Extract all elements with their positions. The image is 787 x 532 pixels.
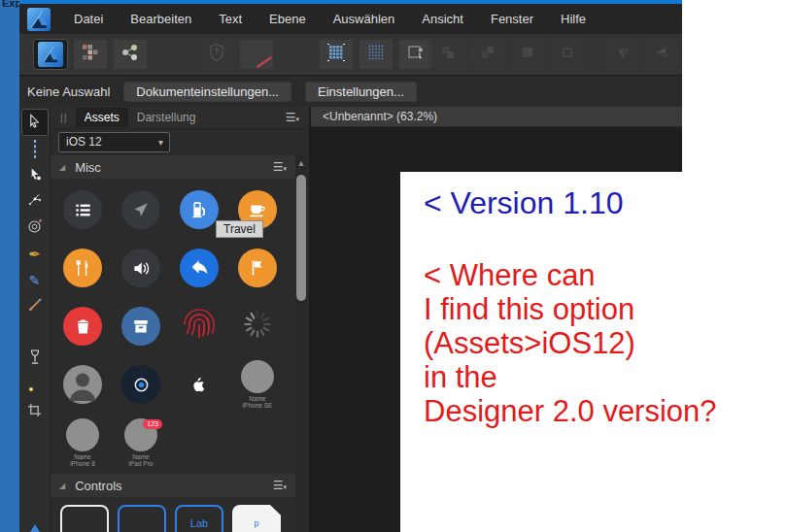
asset-restaurant[interactable] (53, 239, 112, 297)
asset-audio[interactable] (112, 239, 170, 297)
control-label[interactable]: Lab (175, 505, 223, 532)
pencil-icon: ✎ (29, 272, 41, 288)
asset-device-iphone-8[interactable]: NameiPhone 8 (53, 414, 112, 472)
control-button-light[interactable] (60, 505, 109, 532)
control-popover[interactable]: p (232, 505, 281, 532)
asset-delete[interactable] (53, 297, 112, 355)
rectangle-tool[interactable] (21, 424, 49, 450)
archive-box-icon (121, 307, 160, 346)
selection-status-label: Keine Auswahl (27, 84, 110, 99)
flip-vertical-button[interactable] (605, 39, 640, 70)
section-menu-icon[interactable]: ☰▾ (273, 479, 287, 492)
point-transform-tool[interactable] (21, 188, 49, 215)
section-menu-icon[interactable]: ☰▾ (273, 160, 287, 174)
tab-assets[interactable]: Assets (76, 108, 128, 127)
protect-document-button[interactable] (199, 39, 234, 70)
document-settings-button[interactable]: Dokumenteinstellungen... (123, 82, 291, 102)
rounded-rectangle-tool[interactable] (21, 477, 49, 503)
pixel-persona-button[interactable] (73, 39, 108, 70)
speaker-icon (121, 249, 160, 287)
move-tool[interactable] (21, 109, 49, 136)
expand-triangle-icon[interactable]: ◢ (59, 482, 65, 490)
arrange-forward-button[interactable] (470, 39, 505, 70)
asset-flag[interactable] (228, 239, 287, 297)
panel-drag-handle[interactable]: || (60, 112, 68, 123)
navigation-arrow-icon (121, 190, 160, 229)
asset-reply[interactable] (170, 239, 228, 297)
asset-touch-id[interactable] (170, 297, 228, 355)
colour-wheel-tool[interactable] (21, 319, 49, 346)
asset-radio-button[interactable] (112, 355, 170, 414)
scrollbar-thumb[interactable] (296, 175, 306, 301)
node-tool[interactable] (21, 162, 49, 188)
scroll-up-arrow-icon[interactable]: ▲ (295, 155, 307, 171)
preferences-button[interactable]: Einstellungen... (305, 82, 417, 102)
toolbar-group-document-actions (199, 39, 274, 70)
asset-navigation[interactable] (112, 181, 170, 239)
vector-crop-tool[interactable] (21, 398, 49, 424)
category-dropdown[interactable]: iOS 12 ▾ (58, 132, 170, 152)
asset-lists[interactable] (53, 181, 112, 239)
person-icon (63, 365, 102, 404)
section-header-controls[interactable]: ◢ Controls ☰▾ (51, 474, 296, 497)
wine-glass-icon (28, 349, 42, 368)
document-tab-bar: <Unbenannt> (63.2%) (311, 107, 682, 127)
panel-menu-icon[interactable]: ☰▾ (286, 111, 299, 124)
arrange-to-front-button[interactable] (430, 39, 465, 70)
menu-item-text[interactable]: Text (205, 4, 256, 34)
asset-device-iphone-se[interactable]: NameiPhone SE (228, 355, 287, 414)
menu-item-auswählen[interactable]: Auswählen (320, 4, 409, 34)
designer-persona-button[interactable] (33, 39, 68, 70)
context-toolbar: Keine Auswahl Dokumenteinstellungen... E… (19, 77, 682, 107)
transparency-tool[interactable] (21, 346, 49, 372)
snap-pixels-button[interactable] (359, 39, 394, 70)
triangle-icon (27, 508, 43, 524)
triangle-tool[interactable] (21, 503, 49, 529)
pen-tool[interactable]: ✒ (21, 241, 49, 267)
snap-grid-button[interactable] (319, 39, 354, 70)
assets-panel: || Assets Darstellung ☰▾ iOS 12 ▾ ◢ Misc… (51, 107, 311, 532)
menu-items: DateiBearbeitenTextEbeneAuswählenAnsicht… (60, 4, 599, 34)
asset-device-ipad-pro[interactable]: NameiPad Pro123 (112, 414, 170, 472)
order-d-icon (560, 45, 575, 64)
order-a-icon (440, 45, 456, 64)
category-dropdown-value: iOS 12 (66, 135, 102, 149)
contour-tool[interactable] (21, 215, 49, 241)
asset-avatar[interactable] (53, 355, 112, 414)
menu-item-fenster[interactable]: Fenster (477, 4, 547, 34)
menu-item-hilfe[interactable]: Hilfe (547, 4, 599, 34)
arrange-backward-button[interactable] (510, 39, 545, 70)
artboard-tool[interactable] (21, 136, 49, 162)
flip-horizontal-button[interactable] (645, 39, 680, 70)
menu-item-bearbeiten[interactable]: Bearbeiten (117, 4, 205, 34)
radio-dot-icon (121, 365, 160, 404)
asset-apple-pay[interactable] (170, 355, 228, 414)
pencil-tool[interactable]: ✎ (21, 267, 49, 293)
control-button-blue[interactable] (118, 505, 166, 532)
vector-brush-tool[interactable] (21, 293, 49, 319)
document-tab[interactable]: <Unbenannt> (63.2%) (323, 110, 437, 123)
menu-item-ebene[interactable]: Ebene (256, 4, 320, 34)
move-by-whole-pixels-button[interactable] (398, 39, 433, 70)
share-nodes-icon (120, 43, 140, 66)
section-header-misc[interactable]: ◢ Misc ☰▾ (51, 155, 296, 179)
panel-scrollbar[interactable]: ▲ (295, 155, 307, 532)
ellipse-tool[interactable] (21, 450, 49, 477)
section-label: Controls (75, 479, 121, 493)
notification-badge: 123 (143, 419, 162, 429)
shield-icon (209, 44, 224, 65)
asset-activity-spinner[interactable] (228, 297, 287, 355)
asset-archive[interactable] (112, 297, 170, 355)
annotation-version-note: < Version 1.10 (424, 185, 787, 221)
export-persona-button[interactable] (113, 39, 148, 70)
asset-caption: NameiPhone SE (243, 395, 273, 409)
expand-triangle-icon[interactable]: ◢ (59, 163, 65, 172)
order-c-icon (520, 45, 535, 64)
arrange-to-back-button[interactable] (550, 39, 585, 70)
place-image-tool[interactable] (21, 372, 49, 398)
travel-tooltip: Travel (216, 220, 263, 238)
menu-item-ansicht[interactable]: Ansicht (408, 4, 477, 34)
toggle-snapping-button[interactable] (239, 39, 274, 70)
tab-darstellung[interactable]: Darstellung (128, 108, 205, 127)
menu-item-datei[interactable]: Datei (60, 4, 117, 34)
